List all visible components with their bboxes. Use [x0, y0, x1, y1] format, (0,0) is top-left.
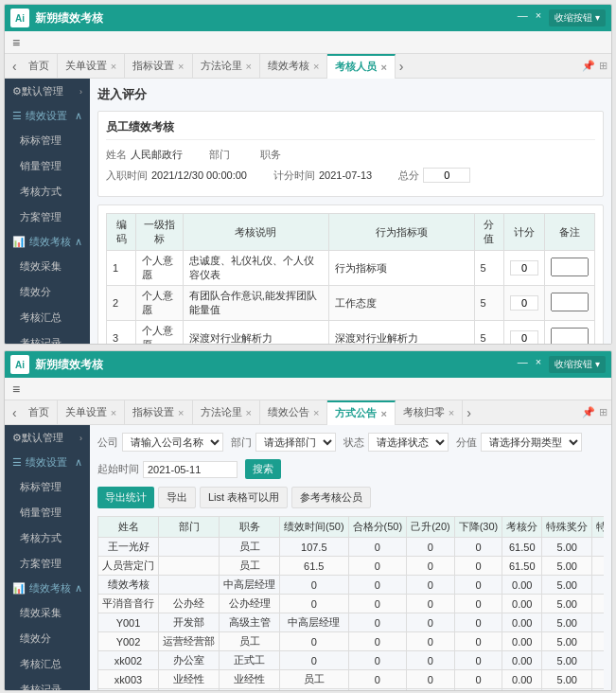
sidebar-group-perf-settings-1[interactable]: ☰ 绩效设置 ∧ [5, 104, 90, 128]
tab-close-1-3[interactable]: × [246, 61, 252, 72]
period-search-select-2[interactable]: 请选择分期类型 [481, 433, 582, 452]
tab-2-1[interactable]: 关单设置 × [58, 400, 125, 425]
tab-2-4[interactable]: 绩效公告 × [260, 400, 327, 425]
tab-1-4[interactable]: 绩效考核 × [260, 54, 327, 79]
table-cell: 0 [348, 613, 407, 632]
score-calc-input[interactable] [510, 330, 538, 344]
tab-expand-1[interactable]: ⊞ [599, 60, 607, 72]
cell-calc [503, 321, 544, 345]
window-controls-2: — × 收缩按钮 ▾ [518, 356, 606, 373]
search-button-2[interactable]: 搜索 [245, 459, 281, 479]
table-cell: 高级主管 [220, 613, 280, 632]
remark-textarea[interactable] [551, 328, 589, 344]
tab-1-5[interactable]: 考核人员 × [327, 54, 395, 79]
tab-close-2-4[interactable]: × [313, 407, 319, 418]
main-layout-1: ⚙ 默认管理 › ☰ 绩效设置 ∧ 标标管理 销量管理 考核方式 方案管理 [5, 79, 611, 344]
table-cell: 5.00 [542, 632, 592, 651]
user-menu-1[interactable]: 收缩按钮 ▾ [549, 9, 606, 27]
tab-next-2[interactable]: › [463, 405, 475, 420]
remark-textarea[interactable] [551, 293, 589, 311]
sidebar-item-xiaoliang-1[interactable]: 销量管理 [5, 153, 90, 179]
tab-close-1-4[interactable]: × [313, 61, 319, 72]
export-btn-2[interactable]: 导出 [158, 487, 196, 508]
total-input-1[interactable] [423, 168, 470, 183]
tab-expand-2[interactable]: ⊞ [599, 406, 607, 418]
sidebar-item-kaohe-1[interactable]: 考核方式 [5, 179, 90, 204]
sidebar-item-jixiaofen-1[interactable]: 绩效分 [5, 279, 90, 305]
status-search-select-2[interactable]: 请选择状态 [368, 433, 449, 452]
sidebar-group-jixiao-2[interactable]: 📊 绩效考核 ∧ [5, 577, 90, 600]
sidebar-item-kaohejl-1[interactable]: 考核记录 [5, 330, 90, 344]
sidebar-item-kaohehz-1[interactable]: 考核汇总 [5, 305, 90, 330]
tab-1-3[interactable]: 方法论里 × [193, 54, 260, 79]
sidebar-item-biaobiao-1[interactable]: 标标管理 [5, 128, 90, 153]
sidebar-item-jixiao-collect-2[interactable]: 绩效采集 [5, 600, 90, 626]
tab-prev-2[interactable]: ‹ [9, 405, 21, 420]
tab-close-2-1[interactable]: × [111, 407, 116, 418]
tab-2-6[interactable]: 考核归零 × [396, 400, 463, 425]
tab-close-1-2[interactable]: × [178, 61, 184, 72]
menu-icon-2[interactable]: ≡ [12, 382, 20, 397]
minimize-btn-2[interactable]: — [518, 356, 528, 373]
table-cell: 办公室 [220, 689, 280, 691]
sidebar-item-fangan-2[interactable]: 方案管理 [5, 551, 90, 577]
table-row: Y001开发部高级主管中高层经理0000.005.000.005.001 [98, 613, 605, 632]
sidebar-item-default-1[interactable]: ⚙ 默认管理 › [5, 79, 90, 104]
date-search-input-2[interactable] [143, 461, 238, 478]
dept-search-select-2[interactable]: 请选择部门 [255, 433, 336, 452]
sidebar-group-jixiao-1[interactable]: 📊 绩效考核 ∧ [5, 230, 90, 254]
tab-close-2-2[interactable]: × [178, 407, 184, 418]
data-table-container-2: 姓名部门职务绩效时间(50)合格分(50)己升(20)下降(30)考核分特殊奖分… [97, 516, 604, 690]
table-cell: 0 [348, 595, 407, 613]
remark-textarea[interactable] [551, 258, 589, 276]
list-use-btn-2[interactable]: List 表格可以用 [200, 487, 288, 508]
sidebar-item-jixiaofen-2[interactable]: 绩效分 [5, 626, 90, 651]
user-menu-2[interactable]: 收缩按钮 ▾ [549, 356, 606, 373]
company-search-select-2[interactable]: 请输入公司名称 [122, 433, 223, 452]
table-cell: 王一光好 [98, 538, 159, 557]
tab-pin-1[interactable]: 📌 [582, 60, 595, 72]
tab-close-2-3[interactable]: × [246, 407, 252, 418]
tab-close-2-5[interactable]: × [380, 408, 386, 419]
company-search-field-2: 公司 请输入公司名称 [97, 433, 223, 452]
sidebar-item-default-2[interactable]: ⚙ 默认管理 › [5, 425, 90, 451]
tab-1-1[interactable]: 关单设置 × [58, 54, 125, 79]
table-cell: 0.00 [502, 689, 542, 691]
tab-2-2[interactable]: 指标设置 × [125, 400, 192, 425]
table-cell: 0 [407, 670, 455, 689]
menu-icon-1[interactable]: ≡ [12, 35, 20, 50]
minimize-btn-1[interactable]: — [518, 9, 528, 27]
ref-kaohe-btn-2[interactable]: 参考考核公员 [291, 487, 371, 508]
table-cell: 0 [280, 632, 349, 651]
sidebar-group-perf-settings-2[interactable]: ☰ 绩效设置 ∧ [5, 451, 90, 474]
table-cell: 0.00 [592, 613, 604, 632]
tab-home-1[interactable]: 首页 [21, 54, 58, 79]
sidebar-item-xiaoliang-2[interactable]: 销量管理 [5, 500, 90, 525]
table-cell: 办公室 [159, 689, 220, 691]
score-calc-input[interactable] [510, 260, 538, 275]
export-stat-btn-2[interactable]: 导出统计 [97, 487, 154, 508]
eval-table-1: 编码 一级指标 考核说明 行为指标项 分值 计分 备注 1 个人意愿 忠诚度、礼… [106, 213, 595, 344]
cell-calc [503, 251, 544, 286]
tab-prev-1[interactable]: ‹ [9, 59, 21, 74]
tab-2-5[interactable]: 方式公告 × [327, 400, 395, 425]
tab-close-2-6[interactable]: × [449, 407, 454, 418]
sidebar-item-fangan-1[interactable]: 方案管理 [5, 204, 90, 230]
tab-next-1[interactable]: › [396, 59, 408, 74]
tab-close-1-1[interactable]: × [111, 61, 116, 72]
tab-home-2[interactable]: 首页 [21, 400, 58, 425]
sidebar-item-kaohe-2[interactable]: 考核方式 [5, 525, 90, 551]
table-cell: 0.00 [592, 670, 604, 689]
sidebar-item-jixiao-collect-1[interactable]: 绩效采集 [5, 254, 90, 279]
sidebar-item-biaobiao-2[interactable]: 标标管理 [5, 474, 90, 500]
tab-1-2[interactable]: 指标设置 × [125, 54, 192, 79]
close-btn-1[interactable]: × [536, 9, 541, 27]
score-calc-input[interactable] [510, 295, 538, 311]
gear-icon-2: ⚙ [12, 432, 22, 444]
tab-2-3[interactable]: 方法论里 × [193, 400, 260, 425]
tab-close-1-5[interactable]: × [380, 62, 386, 73]
sidebar-item-kaohejl-2[interactable]: 考核记录 [5, 677, 90, 690]
close-btn-2[interactable]: × [536, 356, 541, 373]
sidebar-item-kaohehz-2[interactable]: 考核汇总 [5, 651, 90, 677]
tab-pin-2[interactable]: 📌 [582, 406, 595, 418]
